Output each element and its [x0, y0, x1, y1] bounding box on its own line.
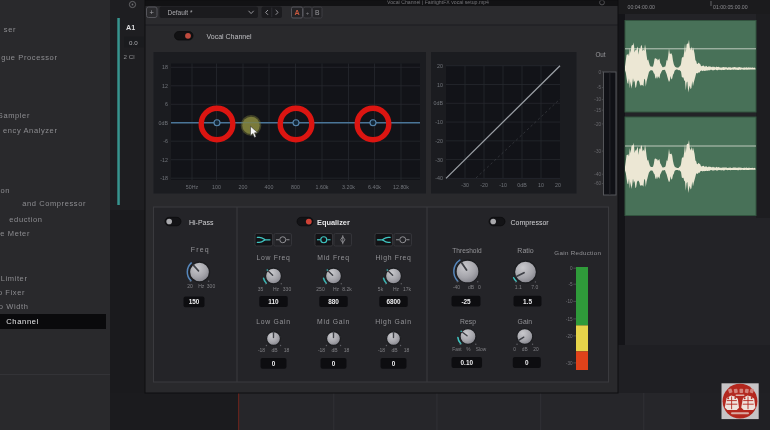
svg-text:0dB: 0dB — [434, 100, 444, 106]
svg-text:on: on — [0, 186, 10, 195]
svg-text:Mid Gain: Mid Gain — [317, 318, 350, 325]
svg-text:6.40k: 6.40k — [368, 184, 381, 190]
svg-text:-10: -10 — [594, 97, 601, 102]
svg-text:-15: -15 — [566, 317, 573, 322]
svg-text:20: 20 — [437, 63, 443, 69]
svg-text:Ratio: Ratio — [517, 247, 533, 254]
svg-text:A1: A1 — [126, 23, 135, 32]
svg-text:6: 6 — [165, 101, 168, 107]
svg-text:-20: -20 — [566, 334, 573, 339]
svg-text:-30: -30 — [435, 157, 443, 163]
svg-text:-6: -6 — [163, 138, 168, 144]
svg-text:-20: -20 — [480, 182, 488, 188]
svg-text:Out: Out — [595, 51, 605, 58]
svg-text:ency Analyzer: ency Analyzer — [3, 126, 58, 135]
svg-text:0: 0 — [598, 70, 601, 75]
svg-text:100: 100 — [212, 184, 221, 190]
svg-text:110: 110 — [268, 298, 279, 305]
svg-text:-25: -25 — [461, 298, 471, 305]
svg-text:+: + — [150, 8, 155, 17]
svg-text:0: 0 — [570, 266, 573, 271]
svg-text:0dB: 0dB — [517, 182, 527, 188]
svg-text:-5: -5 — [568, 282, 573, 287]
svg-text:18: 18 — [404, 347, 410, 353]
svg-text:Low Freq: Low Freq — [257, 254, 291, 262]
svg-text:-30: -30 — [566, 361, 573, 366]
svg-text:and Compressor: and Compressor — [22, 199, 86, 208]
svg-text:-18: -18 — [318, 347, 325, 353]
svg-text:-15: -15 — [594, 108, 601, 113]
svg-text:0dB: 0dB — [159, 120, 169, 126]
svg-text:35: 35 — [258, 286, 264, 292]
svg-text:Freq: Freq — [191, 246, 210, 254]
svg-text:gue Processor: gue Processor — [1, 53, 57, 62]
svg-text:20: 20 — [555, 182, 561, 188]
svg-text:A: A — [294, 8, 299, 17]
svg-text:0: 0 — [525, 359, 529, 366]
svg-text:Hi-Pass: Hi-Pass — [189, 219, 214, 226]
svg-text:Hz: Hz — [198, 283, 205, 289]
svg-text:-40: -40 — [435, 175, 443, 181]
svg-text:880: 880 — [328, 298, 339, 305]
svg-text:B: B — [315, 9, 320, 16]
svg-text:-18: -18 — [378, 347, 385, 353]
svg-text:7.0: 7.0 — [531, 284, 538, 290]
svg-text:0.10: 0.10 — [461, 359, 474, 366]
svg-text:-60: -60 — [594, 181, 601, 186]
svg-text:5k: 5k — [378, 286, 384, 292]
svg-text:Threshold: Threshold — [452, 247, 482, 254]
svg-text:-10: -10 — [435, 119, 443, 125]
svg-text:+: + — [306, 10, 310, 16]
svg-text:50Hz: 50Hz — [186, 184, 199, 190]
svg-text:12.80k: 12.80k — [393, 184, 409, 190]
svg-text:1.1: 1.1 — [515, 284, 522, 290]
svg-text:eduction: eduction — [9, 215, 42, 224]
svg-text:3.20k: 3.20k — [342, 184, 355, 190]
svg-text:300: 300 — [207, 283, 216, 289]
svg-text:6800: 6800 — [386, 298, 401, 305]
svg-text:250: 250 — [316, 286, 325, 292]
svg-text:-18: -18 — [258, 347, 265, 353]
svg-text:Low Gain: Low Gain — [256, 318, 290, 325]
svg-text:0: 0 — [272, 360, 276, 367]
svg-text:%: % — [466, 347, 471, 352]
svg-text:18: 18 — [284, 347, 290, 353]
svg-text:-30: -30 — [594, 149, 601, 154]
svg-text:Vocal Channel: Vocal Channel — [207, 33, 253, 40]
svg-text:18: 18 — [344, 347, 350, 353]
svg-text:17k: 17k — [403, 286, 412, 292]
svg-text:8.2k: 8.2k — [342, 286, 352, 292]
svg-text:Mid Freq: Mid Freq — [317, 254, 349, 262]
svg-text:1.5: 1.5 — [523, 298, 532, 305]
svg-text:Hz: Hz — [273, 286, 280, 292]
svg-text:18: 18 — [162, 64, 168, 70]
svg-text:Slow: Slow — [476, 347, 487, 352]
svg-text:0: 0 — [513, 347, 516, 352]
svg-text:Equalizer: Equalizer — [317, 218, 350, 227]
svg-text:Hz: Hz — [333, 286, 340, 292]
svg-text:Limiter: Limiter — [1, 274, 28, 283]
svg-text:10: 10 — [538, 182, 544, 188]
svg-text:dB: dB — [522, 347, 528, 352]
svg-text:400: 400 — [265, 184, 274, 190]
svg-text:-40: -40 — [453, 284, 460, 290]
svg-text:0: 0 — [332, 360, 336, 367]
svg-text:Hz: Hz — [393, 286, 400, 292]
svg-text:-5: -5 — [597, 85, 602, 90]
svg-text:dB: dB — [391, 347, 398, 353]
svg-text:o Width: o Width — [0, 302, 29, 311]
svg-text:Channel: Channel — [6, 317, 39, 326]
svg-text:330: 330 — [283, 286, 292, 292]
svg-text:800: 800 — [291, 184, 300, 190]
svg-text:ser: ser — [4, 25, 16, 34]
svg-text:0: 0 — [478, 284, 481, 290]
svg-text:10: 10 — [437, 82, 443, 88]
svg-text:Fast: Fast — [452, 347, 462, 352]
svg-text:Gain: Gain — [518, 318, 533, 325]
svg-text:-20: -20 — [435, 138, 443, 144]
svg-text:dB: dB — [331, 347, 338, 353]
svg-text:-40: -40 — [594, 172, 601, 177]
svg-text:0: 0 — [392, 360, 396, 367]
svg-text:0.0: 0.0 — [129, 39, 138, 46]
svg-text:-20: -20 — [594, 122, 601, 127]
